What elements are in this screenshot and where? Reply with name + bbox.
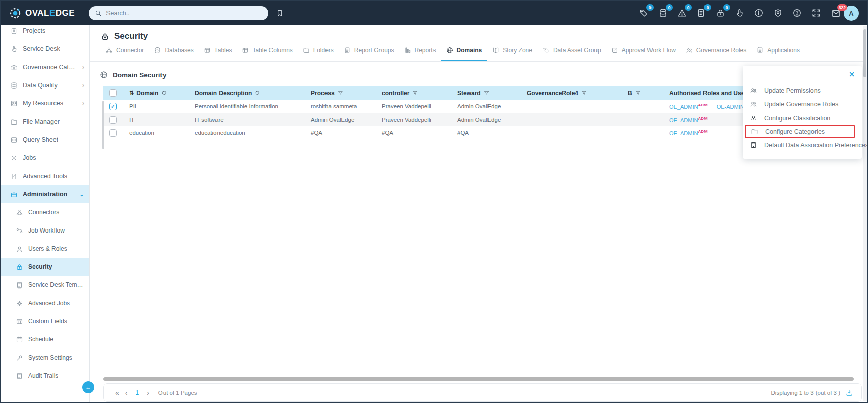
table-header-row: ⇅Domain Domain Description Process contr… <box>103 86 854 100</box>
next-page-button[interactable]: › <box>144 389 152 397</box>
ovaledge-logo[interactable]: OVALEDGE <box>9 7 75 19</box>
window-scrollbar-track[interactable] <box>863 26 867 401</box>
column-header-process[interactable]: Process <box>304 90 374 97</box>
tab-reports[interactable]: Reports <box>399 41 441 61</box>
row-checkbox[interactable] <box>109 129 117 137</box>
tags-notification-icon[interactable]: 0 <box>639 8 649 18</box>
table-vertical-scrollbar[interactable] <box>102 101 104 149</box>
bookmark-icon[interactable] <box>276 9 284 17</box>
sort-icon[interactable]: ⇅ <box>129 90 134 96</box>
data-notification-icon[interactable]: 0 <box>658 8 668 18</box>
chevron-right-icon: › <box>82 64 84 71</box>
sidebar-item-governance-catalog[interactable]: Governance Catalog› <box>1 58 89 76</box>
sidebar-item-administration[interactable]: Administration⌄ <box>1 185 89 203</box>
global-search[interactable] <box>89 6 268 20</box>
tab-folders[interactable]: Folders <box>298 41 339 61</box>
sidebar-item-system-settings[interactable]: System Settings <box>1 349 89 367</box>
sidebar-item-connectors[interactable]: Connectors <box>1 203 89 221</box>
previous-page-button[interactable]: ‹ <box>122 389 131 397</box>
description-cell: educationeducation <box>188 130 304 136</box>
table-horizontal-scrollbar[interactable] <box>103 377 854 381</box>
sidebar-item-users-roles[interactable]: Users & Roles <box>1 240 89 258</box>
tab-tables[interactable]: Tables <box>199 41 237 61</box>
ovaledge-logo-icon <box>9 7 21 19</box>
sidebar-item-advanced-jobs[interactable]: Advanced Jobs <box>1 294 89 312</box>
filter-icon[interactable] <box>412 90 418 96</box>
column-header-steward[interactable]: Steward <box>450 90 520 97</box>
sidebar-item-my-resources[interactable]: My Resources› <box>1 94 89 112</box>
classification-icon <box>750 114 757 122</box>
sidebar-item-file-manager[interactable]: File Manager <box>1 112 89 131</box>
sidebar-collapse-button[interactable]: ← <box>82 381 94 393</box>
tab-report-groups[interactable]: Report Groups <box>339 41 399 61</box>
sidebar-item-audit-trails[interactable]: Audit Trails <box>1 367 89 385</box>
tab-table-columns[interactable]: Table Columns <box>237 41 297 61</box>
tab-connector[interactable]: Connector <box>100 41 149 61</box>
tab-approval-work-flow[interactable]: Approval Work Flow <box>606 41 681 61</box>
alerts-notification-icon[interactable]: 0 <box>677 8 687 18</box>
menu-item-update-permissions[interactable]: Update Permissions <box>743 84 862 97</box>
close-icon[interactable]: ✕ <box>849 70 855 78</box>
sidebar-item-jobs[interactable]: Jobs <box>1 149 89 167</box>
menu-item-configure-classification[interactable]: Configure Classification <box>743 111 862 125</box>
gear-icon <box>16 300 23 307</box>
column-header-controller[interactable]: controller <box>374 90 450 97</box>
select-all-checkbox[interactable] <box>109 89 117 97</box>
briefcase-icon <box>10 191 18 198</box>
search-icon[interactable] <box>161 90 168 96</box>
report-icon <box>344 47 351 54</box>
menu-item-configure-categories[interactable]: Configure Categories <box>745 125 855 138</box>
sidebar-item-schedule[interactable]: Schedule <box>1 330 89 349</box>
sidebar-item-service-desk-templates[interactable]: Service Desk Templates <box>1 276 89 294</box>
sidebar-item-data-quality[interactable]: Data Quality› <box>1 76 89 94</box>
mail-icon[interactable]: 322 <box>831 8 841 18</box>
filter-icon[interactable] <box>338 90 343 96</box>
tab-governance-roles[interactable]: Governance Roles <box>681 41 751 61</box>
tab-databases[interactable]: Databases <box>149 41 198 61</box>
column-header-governancerole4[interactable]: GovernanceRole4 <box>520 90 621 97</box>
sidebar-item-job-workflow[interactable]: Job Workflow <box>1 221 89 240</box>
filter-icon[interactable] <box>635 90 641 96</box>
sidebar-item-projects[interactable]: Projects <box>1 25 89 40</box>
tab-data-asset-group[interactable]: Data Asset Group <box>537 41 606 61</box>
table-row[interactable]: ✓ PII Personal Identifiable Information … <box>103 100 854 113</box>
download-icon[interactable] <box>845 389 853 397</box>
fullscreen-icon[interactable] <box>811 8 822 18</box>
gesture-icon[interactable] <box>735 8 745 18</box>
sidebar-item-query-sheet[interactable]: Query Sheet <box>1 131 89 149</box>
building-icon <box>750 141 757 149</box>
tab-applications[interactable]: Applications <box>751 41 805 61</box>
current-page[interactable]: 1 <box>130 389 144 396</box>
sidebar-item-security[interactable]: Security <box>1 258 89 276</box>
info-icon[interactable] <box>754 8 764 18</box>
role-link[interactable]: OE_ADMINADM <box>669 116 708 123</box>
role-link[interactable]: OE_ADMINADM <box>669 129 708 136</box>
notes-notification-icon[interactable]: 0 <box>696 8 707 18</box>
filter-icon[interactable] <box>484 90 490 96</box>
tab-story-zone[interactable]: Story Zone <box>487 41 537 61</box>
folder-icon <box>751 128 758 135</box>
menu-item-default-data-association-preferences[interactable]: Default Data Association Preferences <box>743 138 862 152</box>
sidebar-item-advanced-tools[interactable]: Advanced Tools <box>1 167 89 185</box>
sidebar-item-custom-fields[interactable]: Custom Fields <box>1 312 89 330</box>
table-row[interactable]: education educationeducation #QA #QA #QA… <box>103 126 854 139</box>
column-header-domain-description[interactable]: Domain Description <box>188 90 304 97</box>
help-icon[interactable] <box>792 8 802 18</box>
first-page-button[interactable]: « <box>112 389 122 397</box>
menu-item-update-governance-roles[interactable]: Update Governance Roles <box>743 97 862 111</box>
role-link[interactable]: OE_ADMINADM <box>669 103 708 110</box>
search-icon[interactable] <box>255 90 261 96</box>
bar-chart-icon <box>404 47 411 54</box>
row-checkbox[interactable] <box>109 116 117 124</box>
filter-icon[interactable] <box>581 90 587 96</box>
table-row[interactable]: IT IT software Admin OvalEdge Praveen Va… <box>103 113 854 126</box>
shield-icon[interactable] <box>773 8 783 18</box>
row-checkbox[interactable]: ✓ <box>109 103 117 110</box>
column-header-domain[interactable]: ⇅Domain <box>122 90 188 97</box>
sidebar-item-service-desk[interactable]: Service Desk <box>1 40 89 58</box>
column-header-b[interactable]: B <box>621 90 662 97</box>
window-scrollbar-thumb[interactable] <box>863 29 866 77</box>
search-input[interactable] <box>106 10 262 17</box>
security-notification-icon[interactable]: 0 <box>716 8 726 18</box>
tab-domains[interactable]: Domains <box>441 41 487 61</box>
